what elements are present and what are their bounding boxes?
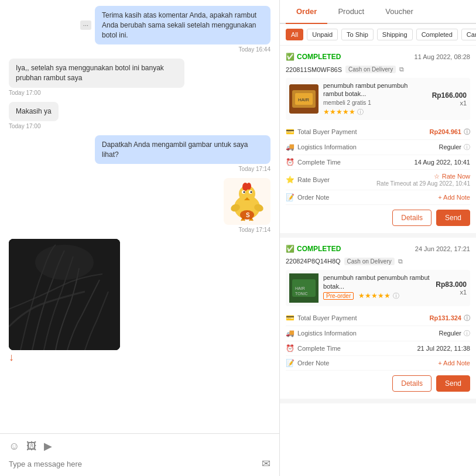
message-row: Dapatkah Anda mengambil gambar untuk say… [9, 135, 270, 173]
tab-product[interactable]: Product [327, 0, 375, 24]
svg-point-4 [246, 183, 251, 190]
total-payment-row: 💳 Total Buyer Payment Rp131.324 ⓘ [286, 311, 470, 326]
rate-now-link[interactable]: ☆ Rate Now [434, 173, 470, 180]
info-icon: ⓘ [464, 128, 470, 136]
message-bubble-received: Makasih ya [9, 102, 59, 121]
send-icon[interactable]: ✉ [262, 457, 270, 470]
message-time: Today 17:14 [239, 227, 271, 233]
copy-icon[interactable]: ⧉ [399, 66, 404, 73]
svg-text:S: S [246, 212, 250, 218]
status-label: COMPLETED [297, 53, 341, 61]
logistics-row: 🚚 Logistics Information Reguler ⓘ [286, 140, 470, 155]
send-button[interactable]: Send [436, 375, 470, 392]
logistics-label: 🚚 Logistics Information [286, 143, 357, 151]
chat-messages: ··· Terima kasih atas komentar Anda, apa… [0, 0, 279, 433]
message-time: Today 17:14 [239, 166, 271, 172]
order-note-row: 📝 Order Note + Add Note [286, 356, 470, 371]
complete-time-row: ⏰ Complete Time 14 Aug 2022, 10:41 [286, 155, 470, 170]
chat-panel: ··· Terima kasih atas komentar Anda, apa… [0, 0, 280, 476]
message-text: Terima kasih atas komentar Anda, apakah … [102, 11, 256, 39]
rate-timeout: Rate Timeout at 29 Aug 2022, 10:41 [376, 180, 470, 187]
product-row: HAIR TONIC penumbuh rambut penumbuh ramb… [286, 270, 470, 306]
total-payment-label: 💳 Total Buyer Payment [286, 314, 357, 322]
svg-text:HAIR: HAIR [298, 97, 309, 102]
svg-point-7 [244, 191, 245, 193]
order-id: 220824P8Q14H8Q [286, 258, 341, 265]
tab-voucher[interactable]: Voucher [375, 0, 424, 24]
total-payment-label: 💳 Total Buyer Payment [286, 128, 357, 136]
order-header: ✅ COMPLETED 24 Jun 2022, 17:21 [286, 245, 470, 253]
complete-time-label: ⏰ Complete Time [286, 344, 341, 352]
sticker: S [224, 178, 270, 225]
message-text: Dapatkah Anda mengambil gambar untuk say… [102, 141, 248, 159]
payment-method-tag: Cash on Delivery [345, 66, 396, 73]
clock-icon: ⏰ [286, 158, 294, 166]
info-icon: ⓘ [393, 292, 399, 300]
order-id-row: 220811SM0WF86S Cash on Delivery ⧉ [286, 66, 470, 73]
product-info: penumbuh rambut penumbuh rambut botak...… [323, 273, 431, 302]
logistics-value: Reguler ⓘ [439, 329, 470, 338]
order-status: ✅ COMPLETED [286, 245, 341, 253]
message-bubble-sent: Dapatkah Anda mengambil gambar untuk say… [95, 135, 270, 165]
product-stars: ★★★★★ [358, 292, 391, 300]
product-price-qty: Rp166.000 x1 [432, 91, 467, 107]
chat-input-row: ✉ [9, 457, 270, 470]
order-info-rows: 💳 Total Buyer Payment Rp131.324 ⓘ 🚚 Logi… [286, 311, 470, 371]
total-payment-row: 💳 Total Buyer Payment Rp204.961 ⓘ [286, 125, 470, 140]
product-price: Rp83.000 [436, 280, 467, 289]
star-icon: ⭐ [286, 176, 294, 184]
info-icon: ⓘ [464, 329, 470, 338]
emoji-button[interactable]: ☺ [9, 440, 19, 453]
details-button[interactable]: Details [392, 375, 432, 392]
video-button[interactable]: ▶ [44, 440, 52, 453]
order-date: 24 Jun 2022, 17:21 [415, 245, 470, 252]
tab-order[interactable]: Order [286, 0, 327, 24]
rate-value-area: ☆ Rate Now Rate Timeout at 29 Aug 2022, … [376, 173, 470, 187]
complete-time-value: 21 Jul 2022, 11:38 [417, 345, 470, 352]
filter-shipping[interactable]: Shipping [377, 29, 413, 40]
filter-all[interactable]: All [286, 29, 303, 40]
clock-icon: ⏰ [286, 344, 294, 352]
total-payment-value: Rp204.961 ⓘ [430, 128, 470, 136]
add-note-link[interactable]: + Add Note [438, 359, 470, 367]
order-note-label: 📝 Order Note [286, 193, 329, 201]
copy-icon[interactable]: ⧉ [398, 258, 403, 265]
filter-unpaid[interactable]: Unpaid [307, 29, 338, 40]
message-row-sticker: S Today 17:14 [9, 178, 270, 233]
message-bubble-received: Iya,, setelah sya menggunakan botol ini … [9, 59, 184, 88]
download-icon[interactable]: ↓ [9, 351, 14, 364]
product-info: penumbuh rambut penumbuh rambut botak...… [323, 81, 427, 117]
message-menu-button[interactable]: ··· [80, 20, 91, 30]
svg-text:HAIR: HAIR [295, 286, 305, 290]
order-card-1: ✅ COMPLETED 11 Aug 2022, 08:28 220811SM0… [280, 46, 476, 238]
logistics-label: 🚚 Logistics Information [286, 329, 357, 337]
rate-buyer-row: ⭐ Rate Buyer ☆ Rate Now Rate Timeout at … [286, 170, 470, 190]
order-status: ✅ COMPLETED [286, 53, 341, 61]
order-note-row: 📝 Order Note + Add Note [286, 190, 470, 205]
note-icon: 📝 [286, 193, 294, 201]
svg-point-8 [251, 191, 252, 193]
completed-icon: ✅ [286, 53, 294, 61]
filter-toship[interactable]: To Ship [341, 29, 374, 40]
add-note-link[interactable]: + Add Note [438, 194, 470, 201]
filter-tabs: All Unpaid To Ship Shipping Completed Ca… [280, 24, 476, 46]
payment-icon: 💳 [286, 128, 294, 136]
complete-time-value: 14 Aug 2022, 10:41 [415, 159, 470, 166]
send-button[interactable]: Send [436, 210, 470, 226]
image-button[interactable]: 🖼 [26, 440, 37, 453]
logistics-value: Reguler ⓘ [439, 143, 470, 152]
message-time: Today 17:00 [9, 123, 41, 129]
chat-toolbar: ☺ 🖼 ▶ [9, 440, 270, 453]
product-stars: ★★★★★ ⓘ [323, 108, 427, 117]
product-row: HAIR penumbuh rambut penumbuh rambut bot… [286, 78, 470, 120]
details-button[interactable]: Details [392, 210, 432, 226]
product-thumbnail-2: HAIR TONIC [289, 273, 319, 303]
orders-tabs: Order Product Voucher [280, 0, 476, 24]
message-text: Iya,, setelah sya menggunakan botol ini … [16, 64, 164, 82]
chat-input[interactable] [9, 460, 262, 468]
info-icon: ⓘ [464, 143, 470, 152]
order-header: ✅ COMPLETED 11 Aug 2022, 08:28 [286, 53, 470, 61]
filter-cancellation[interactable]: Cancellation [461, 29, 476, 40]
product-price-qty: Rp83.000 x1 [436, 280, 467, 296]
filter-completed[interactable]: Completed [416, 29, 458, 40]
